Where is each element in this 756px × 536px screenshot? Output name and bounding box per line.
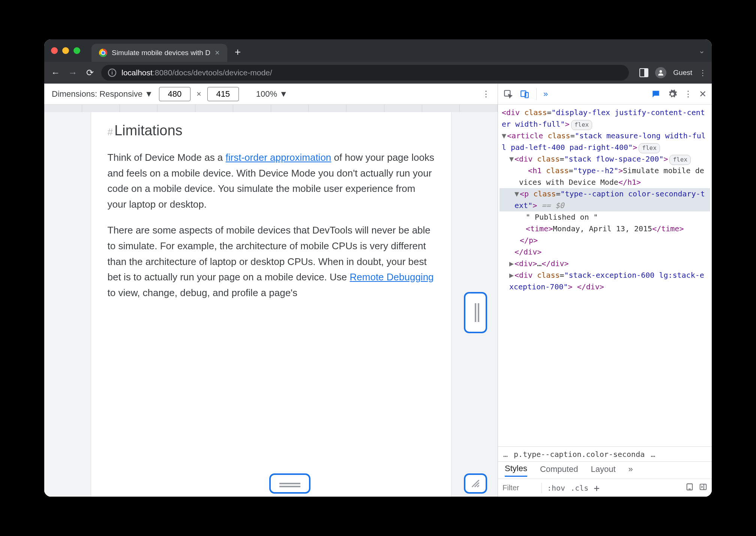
devtools-panel: » ⋮ ✕ <div class="display-flex justify-c… xyxy=(498,84,712,497)
hov-toggle[interactable]: :hov xyxy=(547,484,565,493)
new-style-button[interactable]: + xyxy=(594,482,600,494)
dimensions-dropdown[interactable]: Dimensions: Responsive ▼ xyxy=(52,89,153,99)
browser-menu-button[interactable]: ⋮ xyxy=(699,68,706,77)
close-window-button[interactable] xyxy=(51,47,58,54)
browser-tab[interactable]: Simulate mobile devices with D × xyxy=(92,44,227,62)
url-text: localhost:8080/docs/devtools/device-mode… xyxy=(122,68,272,77)
back-button[interactable]: ← xyxy=(50,67,62,78)
inspect-icon[interactable] xyxy=(503,89,513,99)
styles-filter-bar: :hov .cls + xyxy=(498,479,712,497)
tab-close-button[interactable]: × xyxy=(215,48,220,58)
svg-point-0 xyxy=(660,70,662,73)
reload-button[interactable]: ⟳ xyxy=(84,67,96,78)
settings-gear-icon[interactable] xyxy=(668,89,677,99)
chrome-icon xyxy=(99,49,107,57)
anchor-hash-icon[interactable]: # xyxy=(108,126,113,138)
tab-computed[interactable]: Computed xyxy=(540,464,578,476)
more-tabs-icon[interactable]: » xyxy=(543,89,548,99)
device-toggle-icon[interactable] xyxy=(520,89,530,99)
crumb-ellipsis[interactable]: … xyxy=(503,450,508,459)
traffic-lights xyxy=(51,47,80,54)
article: #Limitations Think of Device Mode as a f… xyxy=(91,112,451,322)
zoom-dropdown[interactable]: 100% ▼ xyxy=(256,89,288,99)
resize-handle-bottom[interactable] xyxy=(269,473,310,494)
profile-label: Guest xyxy=(673,69,692,77)
heading: #Limitations xyxy=(108,123,435,139)
zoom-label: 100% xyxy=(256,89,277,99)
page-preview[interactable]: #Limitations Think of Device Mode as a f… xyxy=(91,112,451,497)
content-area: Dimensions: Responsive ▼ × 100% ▼ ⋮ xyxy=(44,84,712,497)
issues-icon[interactable] xyxy=(651,89,661,99)
titlebar: Simulate mobile devices with D × + ⌄ xyxy=(44,39,712,62)
new-tab-button[interactable]: + xyxy=(235,46,241,58)
maximize-window-button[interactable] xyxy=(74,47,80,54)
paragraph: Think of Device Mode as a first-order ap… xyxy=(108,150,435,212)
device-icon[interactable] xyxy=(686,483,694,493)
device-toolbar: Dimensions: Responsive ▼ × 100% ▼ ⋮ xyxy=(44,84,498,105)
resize-handle-right[interactable] xyxy=(464,292,487,333)
site-info-icon[interactable]: i xyxy=(108,69,116,77)
svg-rect-5 xyxy=(700,484,706,490)
tab-more-icon[interactable]: » xyxy=(628,464,633,476)
profile-avatar[interactable] xyxy=(655,67,666,78)
address-bar[interactable]: i localhost:8080/docs/devtools/device-mo… xyxy=(101,65,629,81)
tab-title: Simulate mobile devices with D xyxy=(112,49,210,57)
resize-handle-corner[interactable] xyxy=(464,473,487,494)
browser-window: Simulate mobile devices with D × + ⌄ ← →… xyxy=(44,39,712,497)
sidebar-toggle-icon[interactable] xyxy=(699,483,707,493)
tab-search-button[interactable]: ⌄ xyxy=(699,46,705,55)
device-more-button[interactable]: ⋮ xyxy=(482,89,490,99)
toolbar-right: Guest ⋮ xyxy=(639,67,706,78)
preview-wrap: #Limitations Think of Device Mode as a f… xyxy=(44,112,498,497)
devtools-tabbar: » ⋮ ✕ xyxy=(498,84,712,105)
paragraph: There are some aspects of mobile devices… xyxy=(108,223,435,301)
height-input[interactable] xyxy=(207,87,239,101)
breadcrumb[interactable]: … p.type--caption.color-seconda … xyxy=(498,446,712,461)
dropdown-triangle-icon: ▼ xyxy=(279,89,288,99)
device-mode-pane: Dimensions: Responsive ▼ × 100% ▼ ⋮ xyxy=(44,84,498,497)
tab-styles[interactable]: Styles xyxy=(505,464,527,477)
elements-tree[interactable]: <div class="display-flex justify-content… xyxy=(498,105,712,446)
width-input[interactable] xyxy=(159,87,190,101)
dimensions-label: Dimensions: Responsive xyxy=(52,89,142,99)
styles-tabbar: Styles Computed Layout » xyxy=(498,461,712,479)
crumb-ellipsis[interactable]: … xyxy=(651,450,655,459)
times-icon: × xyxy=(196,89,201,99)
styles-filter-input[interactable] xyxy=(502,484,536,492)
cls-toggle[interactable]: .cls xyxy=(570,484,588,493)
ruler xyxy=(44,105,498,112)
minimize-window-button[interactable] xyxy=(62,47,69,54)
forward-button[interactable]: → xyxy=(67,67,79,78)
tab-layout[interactable]: Layout xyxy=(591,464,615,476)
devtools-menu-icon[interactable]: ⋮ xyxy=(684,89,692,99)
link-remote-debugging[interactable]: Remote Debugging xyxy=(350,271,434,283)
titlebar-right: ⌄ xyxy=(699,46,705,55)
link-first-order[interactable]: first-order approximation xyxy=(226,152,332,163)
dropdown-triangle-icon: ▼ xyxy=(145,89,153,99)
browser-toolbar: ← → ⟳ i localhost:8080/docs/devtools/dev… xyxy=(44,62,712,84)
crumb-selected[interactable]: p.type--caption.color-seconda xyxy=(514,450,645,459)
side-panel-icon[interactable] xyxy=(639,68,648,77)
devtools-close-icon[interactable]: ✕ xyxy=(699,89,706,99)
